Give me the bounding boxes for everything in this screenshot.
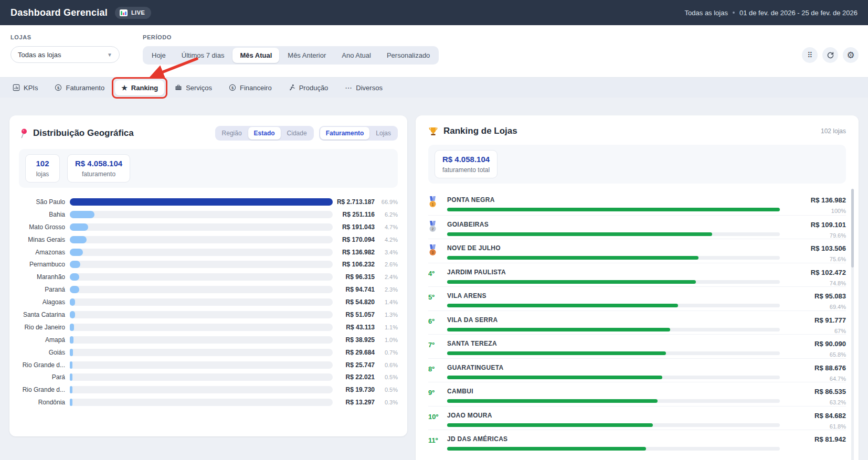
stores-select[interactable]: Todas as lojas ▼: [10, 46, 120, 63]
refresh-button[interactable]: [822, 47, 838, 63]
period-option-hoje[interactable]: Hoje: [144, 48, 173, 63]
geo-bar-row-rio-de-janeiro[interactable]: Rio de JaneiroR$ 43.1131.1%: [19, 321, 398, 334]
geo-bar-row-goias[interactable]: GoiásR$ 29.6840.7%: [19, 346, 398, 359]
ranking-row-vila-da-serra[interactable]: 6ºVILA DA SERRAR$ 91.77767%: [428, 311, 846, 335]
geo-state-percent: 6.2%: [375, 211, 398, 218]
geo-bar-row-sao-paulo[interactable]: São PauloR$ 2.713.18766.9%: [19, 196, 398, 208]
store-revenue: R$ 81.942: [789, 435, 846, 443]
geo-bar-row-rio-grande-d[interactable]: Rio Grande d...R$ 19.7300.5%: [19, 383, 398, 396]
geo-bar-row-minas-gerais[interactable]: Minas GeraisR$ 170.0944.2%: [19, 233, 398, 246]
geo-metric-option-faturamento[interactable]: Faturamento: [320, 127, 370, 140]
geo-bar-track: [70, 249, 333, 256]
geo-scope-option-cidade[interactable]: Cidade: [281, 127, 313, 140]
geo-state-percent: 0.6%: [375, 362, 398, 368]
tab-label: Faturamento: [66, 84, 104, 92]
store-percent: 65.8%: [789, 351, 846, 358]
period-option-ano-atual[interactable]: Ano Atual: [334, 48, 378, 63]
geo-scope-option-estado[interactable]: Estado: [248, 127, 281, 140]
stores-select-value: Todas as lojas: [18, 51, 61, 59]
period-option-mes-anterior[interactable]: Mês Anterior: [280, 48, 333, 63]
geo-stat-stores-value: 102: [33, 159, 52, 168]
live-badge: LIVE: [115, 7, 151, 19]
geo-bar-row-santa-catarina[interactable]: Santa CatarinaR$ 51.0571.3%: [19, 308, 398, 321]
geo-bar-row-amapa[interactable]: AmapáR$ 38.9251.0%: [19, 334, 398, 346]
geo-bar-row-rondonia[interactable]: RondôniaR$ 13.2970.3%: [19, 396, 398, 409]
trophy-icon: [428, 126, 438, 136]
geo-metric-toggle: FaturamentoLojas: [319, 126, 398, 141]
store-revenue: R$ 95.083: [789, 292, 846, 300]
ranking-row-joao-moura[interactable]: 10ºJOAO MOURAR$ 84.68261.8%: [428, 406, 846, 430]
rank-figures: R$ 102.47274.8%: [789, 269, 846, 286]
geo-bar-fill: [70, 298, 75, 306]
store-name: CAMBUI: [447, 388, 780, 395]
ranking-row-jd-das-americas[interactable]: 11ºJD DAS AMÉRICASR$ 81.942: [428, 430, 846, 454]
geo-bar-track: [70, 223, 333, 231]
geo-state-percent: 1.1%: [375, 324, 398, 330]
store-percent: 61.8%: [789, 423, 846, 430]
tab-faturamento[interactable]: $Faturamento: [48, 80, 111, 95]
period-option-personalizado[interactable]: Personalizado: [379, 48, 437, 63]
tab-diversos[interactable]: ⋯Diversos: [338, 80, 389, 95]
ranking-scrollbar-thumb[interactable]: [851, 189, 854, 268]
tab-servicos[interactable]: Serviços: [168, 80, 218, 95]
tab-ranking[interactable]: ★Ranking: [115, 80, 164, 95]
ranking-row-guaratingueta[interactable]: 8ºGUARATINGUETAR$ 88.67664.7%: [428, 358, 846, 382]
geo-scope-option-regiao[interactable]: Região: [216, 127, 248, 140]
geo-bar-fill: [70, 261, 80, 268]
header-scope: Todas as lojas: [685, 9, 728, 17]
ranking-stats-strip: R$ 4.058.104 faturamento total: [428, 145, 846, 184]
ranking-row-cambui[interactable]: 9ºCAMBUIR$ 86.53563.2%: [428, 382, 846, 406]
geo-bar-row-alagoas[interactable]: AlagoasR$ 54.8201.4%: [19, 296, 398, 308]
svg-text:$: $: [231, 85, 234, 90]
grid-menu-button[interactable]: ⠿: [802, 47, 818, 63]
ranking-row-vila-arens[interactable]: 5ºVILA ARENSR$ 95.08369.4%: [428, 286, 846, 311]
geo-bar-track: [70, 399, 333, 406]
geo-bar-row-bahia[interactable]: BahiaR$ 251.1166.2%: [19, 208, 398, 221]
ranking-row-nove-de-julho[interactable]: 3NOVE DE JULHOR$ 103.50675.6%: [428, 239, 846, 263]
geo-state-percent: 66.9%: [375, 199, 398, 205]
store-name: GOIABEIRAS: [447, 221, 780, 228]
ranking-row-santa-tereza[interactable]: 7ºSANTA TEREZAR$ 90.09065.8%: [428, 334, 846, 358]
rank-badge: 7º: [428, 340, 447, 349]
geo-bar-row-pernambuco[interactable]: PernambucoR$ 106.2322.6%: [19, 258, 398, 271]
geo-bar-row-amazonas[interactable]: AmazonasR$ 136.9823.4%: [19, 246, 398, 259]
money-icon: $: [229, 84, 236, 91]
ranking-card-title-wrap: Ranking de Lojas: [428, 126, 517, 136]
tab-producao[interactable]: Produção: [282, 80, 335, 95]
geo-metric-option-lojas[interactable]: Lojas: [370, 127, 397, 140]
geo-state-label: Paraná: [19, 286, 70, 293]
geo-bar-row-para[interactable]: ParáR$ 22.0210.5%: [19, 371, 398, 383]
ranking-scrollbar[interactable]: [851, 189, 854, 460]
ranking-row-jardim-paulista[interactable]: 4ºJARDIM PAULISTAR$ 102.47274.8%: [428, 263, 846, 287]
tab-financeiro[interactable]: $Financeiro: [223, 80, 278, 95]
ranking-row-goiabeiras[interactable]: 2GOIABEIRASR$ 109.10179.6%: [428, 215, 846, 239]
store-name: JD DAS AMÉRICAS: [447, 435, 780, 443]
geo-bar-row-maranhao[interactable]: MaranhãoR$ 96.3152.4%: [19, 271, 398, 283]
geo-bar-chart: São PauloR$ 2.713.18766.9%BahiaR$ 251.11…: [19, 196, 398, 409]
rank-bar-track: [447, 351, 780, 355]
geo-stat-revenue-label: faturamento: [75, 170, 122, 178]
store-revenue: R$ 84.682: [789, 412, 846, 420]
store-percent: 79.6%: [789, 232, 846, 239]
store-revenue: R$ 86.535: [789, 388, 846, 395]
rank-figures: R$ 84.68261.8%: [789, 412, 846, 430]
geo-state-value: R$ 25.747: [333, 361, 375, 369]
period-option-mes-atual[interactable]: Mês Atual: [232, 48, 279, 63]
store-name: JOAO MOURA: [447, 412, 780, 419]
tab-kpis[interactable]: KPIs: [6, 80, 44, 95]
rank-bar-fill: [447, 280, 696, 284]
geo-bar-track: [70, 298, 333, 306]
rank-bar-track: [447, 208, 780, 211]
ranking-row-ponta-negra[interactable]: 1PONTA NEGRAR$ 136.982100%: [428, 191, 846, 215]
geo-bar-row-parana[interactable]: ParanáR$ 94.7412.3%: [19, 283, 398, 296]
money-icon: $: [55, 84, 62, 91]
period-option-ultimos-7-dias[interactable]: Últimos 7 dias: [174, 48, 232, 63]
geo-distribution-card: Distribuição Geográfica RegiãoEstadoCida…: [9, 115, 407, 436]
geo-state-value: R$ 29.684: [333, 349, 375, 356]
geo-bar-row-rio-grande-d[interactable]: Rio Grande d...R$ 25.7470.6%: [19, 359, 398, 371]
svg-text:$: $: [57, 85, 60, 90]
store-percent: 75.6%: [789, 256, 846, 262]
rank-bar-track: [447, 280, 780, 284]
geo-bar-row-mato-grosso[interactable]: Mato GrossoR$ 191.0434.7%: [19, 221, 398, 233]
settings-button[interactable]: ⚙: [843, 47, 859, 63]
